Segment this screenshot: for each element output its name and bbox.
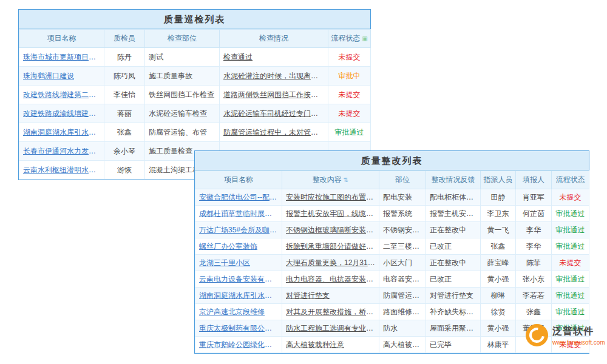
content-cell: 报警主机安放牢固，线缆连接... xyxy=(282,206,379,222)
situation-cell: 防腐管运输过程中，未对管进行... xyxy=(220,123,328,142)
assignee-cell: 林康平 xyxy=(481,337,516,353)
project-cell[interactable]: 重庆太极制药有限公司亳州中... xyxy=(195,320,282,337)
content-cell: 不锈钢边框玻璃隔断安装不牢... xyxy=(282,222,379,238)
project-cell[interactable]: 云南水利枢纽潜明水库... xyxy=(19,161,104,180)
status-cell: 未提交 xyxy=(552,255,589,271)
reporter-cell: 张小东 xyxy=(516,271,552,288)
project-cell[interactable]: 安徽合肥供电公司--配电设备... xyxy=(195,189,282,206)
project-cell[interactable]: 改建铁路成渝线增建第... xyxy=(19,104,104,123)
project-cell[interactable]: 重庆市鹅岭公园绿化景观提升... xyxy=(195,337,282,353)
table-row[interactable]: 湖南洞庭湖水库引水工程施工...对管进行垫支防腐管运输...对管进行垫支柳琳李若… xyxy=(195,288,589,304)
assignee-cell: 黄小强 xyxy=(481,271,516,288)
project-cell[interactable]: 成都杜甫草堂临时展厅独立展... xyxy=(195,206,282,222)
situation-cell: 道路两侧铁丝网围挡工作按设计... xyxy=(220,86,328,104)
sort-icon: ⇅ xyxy=(344,177,348,183)
table-row[interactable]: 龙湖三千里小区大理石质量更换，12月31日之...小区大门正在整改中薛宝峰陈菲未… xyxy=(195,255,589,271)
header-flow-status[interactable]: 流程状态▣ xyxy=(328,30,371,48)
feedback-cell: 已完毕 xyxy=(426,337,481,353)
header-inspection-situation[interactable]: 检查情况 xyxy=(220,30,328,48)
reporter-cell: 李华 xyxy=(516,222,552,238)
feedback-cell: 配电柜柜体与... xyxy=(426,189,481,206)
feedback-cell: 报警主机安放... xyxy=(426,206,481,222)
header-flow-status[interactable]: 流程状态 xyxy=(552,171,589,189)
feedback-cell: 正在整改中 xyxy=(426,222,481,238)
reporter-cell: 陈菲 xyxy=(516,255,552,271)
header-inspector[interactable]: 质检员 xyxy=(104,30,145,48)
table-row[interactable]: 改建铁路成渝线增建第...蒋丽水泥砼运输车检查水泥砼运输车司机经过专门培训...… xyxy=(19,104,371,123)
logo-brand-name: 泛普软件 xyxy=(552,325,605,338)
inspector-cell: 余小琴 xyxy=(104,142,145,161)
part-cell: 报警系统 xyxy=(379,206,426,222)
filter-icon: ▣ xyxy=(362,35,367,42)
table-row[interactable]: 万达广场35#会所及咖啡厅空...不锈钢边框玻璃隔断安装不牢...不锈钢安装..… xyxy=(195,222,589,238)
part-cell: 施工质量事故 xyxy=(145,67,220,86)
reporter-cell: 肖亚军 xyxy=(516,189,552,206)
inspector-cell: 张鑫 xyxy=(104,123,145,142)
inspector-cell: 陈丹 xyxy=(104,48,145,67)
part-cell: 测试 xyxy=(145,48,220,67)
content-cell: 对其及开展整改措施，桥头... xyxy=(282,304,379,320)
assignee-cell: 田静 xyxy=(481,189,516,206)
project-cell[interactable]: 京沪高速北京段维修 xyxy=(195,304,282,320)
table-row[interactable]: 云南电力设备安装有限公司20...电力电容器、电抗器安装方案,...电容器安装.… xyxy=(195,271,589,288)
part-cell: 电容器安装... xyxy=(379,271,426,288)
content-cell: 拆除到承重墙部分请做好加固... xyxy=(282,238,379,255)
header-assignee[interactable]: 指派人员 xyxy=(481,171,516,189)
feedback-cell: 已改正 xyxy=(426,271,481,288)
table-row[interactable]: 螺丝厂办公室装饰拆除到承重墙部分请做好加固...二至三楼混...已改正张鑫李华审… xyxy=(195,238,589,255)
project-cell[interactable]: 珠海市城市更新项目紫... xyxy=(19,48,104,67)
part-cell: 二至三楼混... xyxy=(379,238,426,255)
inspector-cell: 游恢 xyxy=(104,161,145,180)
project-cell[interactable]: 珠海鹤洲口建设 xyxy=(19,67,104,86)
part-cell: 小区大门 xyxy=(379,255,426,271)
inspector-cell: 陈巧凤 xyxy=(104,67,145,86)
table-row[interactable]: 成都杜甫草堂临时展厅独立展...报警主机安放牢固，线缆连接...报警系统报警主机… xyxy=(195,206,589,222)
status-cell: 未提交 xyxy=(552,189,589,206)
assignee-cell: 黄一飞 xyxy=(481,222,516,238)
header-reporter[interactable]: 填报人 xyxy=(516,171,552,189)
header-inspection-part[interactable]: 检查部位 xyxy=(145,30,220,48)
inspection-panel-title: 质量巡检列表 xyxy=(19,10,370,29)
header-project-name[interactable]: 项目名称 xyxy=(195,171,282,189)
project-cell[interactable]: 长春市伊通河水力发电... xyxy=(19,142,104,161)
project-cell[interactable]: 龙湖三千里小区 xyxy=(195,255,282,271)
status-cell: 未提交 xyxy=(328,86,371,104)
project-cell[interactable]: 螺丝厂办公室装饰 xyxy=(195,238,282,255)
table-row[interactable]: 京沪高速北京段维修对其及开展整改措施，桥头...路面维修检...补齐缺失标志..… xyxy=(195,304,589,320)
table-row[interactable]: 湖南洞庭湖水库引水工...张鑫防腐管运输、布管防腐管运输过程中，未对管进行...… xyxy=(19,123,371,142)
fanpu-logo-text: 泛普软件 www.fanpusoft.com xyxy=(552,325,605,346)
header-feedback[interactable]: 整改情况反馈 xyxy=(426,171,481,189)
status-cell: 审批通过 xyxy=(552,271,589,288)
header-part[interactable]: 部位 xyxy=(379,171,426,189)
assignee-cell: 张鑫 xyxy=(481,238,516,255)
part-cell: 高大植被栽种 xyxy=(379,337,426,353)
content-cell: 大理石质量更换，12月31日之... xyxy=(282,255,379,271)
feedback-cell: 屋面采用聚氨... xyxy=(426,320,481,337)
feedback-cell: 对管进行垫支 xyxy=(426,288,481,304)
logo-website-url[interactable]: www.fanpusoft.com xyxy=(552,339,605,346)
status-cell: 未提交 xyxy=(328,104,371,123)
assignee-cell: 柳琳 xyxy=(481,288,516,304)
rectification-list-panel: 质量整改列表 项目名称 整改内容⇅ 部位 整改情况反馈 指派人员 填报人 流程状… xyxy=(194,150,589,354)
assignee-cell: 徐贤 xyxy=(481,304,516,320)
content-cell: 对管进行垫支 xyxy=(282,288,379,304)
assignee-cell: 黄小强 xyxy=(481,320,516,337)
header-project-name[interactable]: 项目名称 xyxy=(19,30,104,48)
table-row[interactable]: 珠海鹤洲口建设陈巧凤施工质量事故水泥砼灌注的时候，出现离析现象审批中 xyxy=(19,67,371,86)
table-row[interactable]: 珠海市城市更新项目紫...陈丹测试检查通过未提交 xyxy=(19,48,371,67)
situation-cell: 水泥砼灌注的时候，出现离析现象 xyxy=(220,67,328,86)
inspection-header-row: 项目名称 质检员 检查部位 检查情况 流程状态▣ xyxy=(19,30,371,48)
table-row[interactable]: 改建铁路线增建第二线...李佳怡铁丝网围挡工作检查道路两侧铁丝网围挡工作按设计.… xyxy=(19,86,371,104)
table-row[interactable]: 安徽合肥供电公司--配电设备...安装时应按施工图的布置，将...配电安装配电柜… xyxy=(195,189,589,206)
part-cell: 路面维修检... xyxy=(379,304,426,320)
project-cell[interactable]: 改建铁路线增建第二线... xyxy=(19,86,104,104)
header-rectify-content[interactable]: 整改内容⇅ xyxy=(282,171,379,189)
situation-cell: 水泥砼运输车司机经过专门培训... xyxy=(220,104,328,123)
project-cell[interactable]: 万达广场35#会所及咖啡厅空... xyxy=(195,222,282,238)
header-rectify-content-label: 整改内容 xyxy=(313,175,342,184)
content-cell: 电力电容器、电抗器安装方案,... xyxy=(282,271,379,288)
project-cell[interactable]: 云南电力设备安装有限公司20... xyxy=(195,271,282,288)
project-cell[interactable]: 湖南洞庭湖水库引水工... xyxy=(19,123,104,142)
feedback-cell: 补齐缺失标志... xyxy=(426,304,481,320)
project-cell[interactable]: 湖南洞庭湖水库引水工程施工... xyxy=(195,288,282,304)
